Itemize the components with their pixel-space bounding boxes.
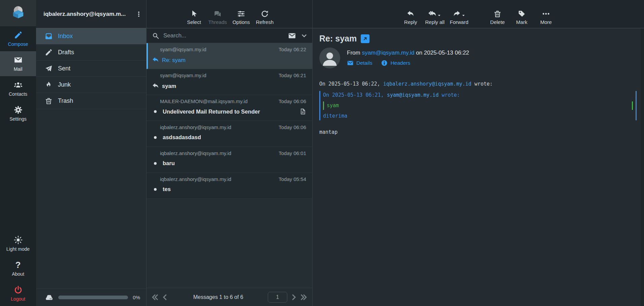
unread-dot bbox=[154, 110, 157, 113]
rail-spacer bbox=[0, 126, 36, 231]
chevron-down-icon[interactable] bbox=[301, 32, 308, 39]
message-date: Today 06:21 bbox=[279, 72, 306, 78]
compose-label: Compose bbox=[8, 41, 28, 47]
contacts-nav-button[interactable]: Contacts bbox=[0, 76, 36, 101]
disk-icon bbox=[45, 293, 54, 302]
folder-inbox[interactable]: Inbox bbox=[36, 28, 146, 44]
options-label: Options bbox=[232, 19, 250, 25]
caret-down-icon[interactable] bbox=[437, 13, 441, 18]
forward-button[interactable]: Forward bbox=[449, 10, 470, 25]
settings-nav-button[interactable]: Settings bbox=[0, 101, 36, 126]
first-page-icon[interactable] bbox=[151, 294, 159, 301]
folder-drafts[interactable]: Drafts bbox=[36, 44, 146, 61]
power-icon bbox=[14, 285, 23, 294]
message-row[interactable]: iqbalerz.anshory@iqsyam.my.idToday 06:01… bbox=[147, 147, 312, 173]
mark-button[interactable]: Mark bbox=[511, 10, 532, 25]
forward-label: Forward bbox=[450, 19, 468, 25]
question-icon: ? bbox=[15, 261, 21, 269]
threads-icon bbox=[214, 10, 222, 18]
mail-nav-button[interactable]: Mail bbox=[0, 51, 36, 76]
message-subject-title: Re: syam bbox=[319, 34, 357, 43]
delete-button[interactable]: Delete bbox=[487, 10, 508, 25]
options-button[interactable]: Options bbox=[231, 10, 252, 25]
message-subject: asdsadasdasd bbox=[163, 134, 306, 141]
message-toolbar: Reply Reply all Forward Delete bbox=[313, 0, 644, 28]
folder-label: Sent bbox=[58, 65, 70, 72]
reply-button[interactable]: Reply bbox=[400, 10, 421, 25]
account-header: iqbalerz.anshory@iqsyam.m... bbox=[36, 0, 146, 28]
unread-dot bbox=[154, 136, 157, 139]
open-in-new-window-button[interactable] bbox=[361, 34, 369, 43]
search-icon[interactable] bbox=[152, 32, 159, 39]
message-row[interactable]: iqbalerz.anshory@iqsyam.my.idToday 06:06… bbox=[147, 121, 312, 147]
mail-icon bbox=[14, 56, 23, 64]
message-sender: MAILER-DAEMON@mail.iqsyam.my.id bbox=[160, 98, 248, 104]
quote-line: syam bbox=[327, 102, 629, 109]
message-date: Today 06:01 bbox=[279, 150, 306, 156]
folder-junk[interactable]: Junk bbox=[36, 77, 146, 93]
headers-toggle[interactable]: Headers bbox=[381, 60, 410, 66]
next-page-icon[interactable] bbox=[290, 294, 297, 301]
message-row[interactable]: MAILER-DAEMON@mail.iqsyam.my.idToday 06:… bbox=[147, 95, 312, 121]
quoted-author-link[interactable]: syam@iqsyam.my.id bbox=[387, 92, 439, 98]
folder-sent[interactable]: Sent bbox=[36, 61, 146, 77]
more-button[interactable]: More bbox=[536, 10, 556, 25]
quota-bar bbox=[58, 296, 128, 299]
caret-down-icon[interactable] bbox=[461, 13, 465, 18]
app-logo[interactable] bbox=[0, 0, 36, 26]
reply-all-button[interactable]: Reply all bbox=[424, 10, 445, 25]
trash-icon bbox=[45, 97, 53, 105]
from-label: From bbox=[347, 50, 360, 56]
quote-level-2: syam bbox=[323, 101, 633, 110]
message-row[interactable]: syam@iqsyam.my.idToday 06:21 syam bbox=[147, 69, 312, 95]
kebab-menu-icon[interactable] bbox=[135, 11, 142, 18]
message-sender: syam@iqsyam.my.id bbox=[160, 47, 206, 52]
refresh-button[interactable]: Refresh bbox=[254, 10, 275, 25]
last-page-icon[interactable] bbox=[300, 294, 308, 301]
prev-page-icon[interactable] bbox=[161, 294, 169, 301]
paper-plane-icon bbox=[45, 65, 53, 72]
sliders-icon bbox=[237, 10, 245, 18]
quoted-author-link[interactable]: iqbalerz.anshory@iqsyam.my.id bbox=[383, 81, 472, 87]
sun-icon bbox=[14, 236, 23, 244]
folder-label: Drafts bbox=[58, 49, 74, 56]
message-sender: iqbalerz.anshory@iqsyam.my.id bbox=[160, 176, 231, 182]
threads-button[interactable]: Threads bbox=[207, 10, 228, 25]
message-list-panel: Select Threads Options Refresh syam bbox=[147, 0, 313, 306]
message-row[interactable]: iqbalerz.anshory@iqsyam.my.idToday 05:54… bbox=[147, 173, 312, 199]
logout-label: Logout bbox=[11, 296, 25, 302]
scrollbar-track[interactable] bbox=[641, 28, 644, 306]
flame-icon bbox=[45, 81, 53, 89]
page-number-input[interactable] bbox=[268, 292, 287, 303]
body-line: mantap bbox=[319, 129, 637, 136]
logout-button[interactable]: Logout bbox=[0, 281, 36, 306]
folder-trash[interactable]: Trash bbox=[36, 93, 146, 109]
folders-panel: iqbalerz.anshory@iqsyam.m... Inbox Draft… bbox=[36, 0, 147, 306]
unread-dot bbox=[154, 162, 157, 165]
compose-icon bbox=[14, 31, 23, 39]
message-sender: syam@iqsyam.my.id bbox=[160, 72, 206, 78]
details-toggle[interactable]: Details bbox=[347, 60, 372, 66]
list-empty-area bbox=[147, 199, 312, 288]
message-subject: tes bbox=[163, 186, 306, 192]
tag-icon bbox=[518, 10, 526, 18]
envelope-icon bbox=[347, 60, 354, 66]
message-row[interactable]: syam@iqsyam.my.idToday 06:22 Re: syam bbox=[147, 43, 312, 69]
select-button[interactable]: Select bbox=[184, 10, 204, 25]
delete-label: Delete bbox=[490, 19, 505, 25]
quota-percent: 0% bbox=[133, 295, 140, 300]
folder-label: Trash bbox=[58, 97, 73, 104]
settings-label: Settings bbox=[9, 116, 27, 122]
roundcube-logo-icon bbox=[9, 4, 27, 22]
sender-avatar bbox=[319, 48, 340, 68]
sender-email-link[interactable]: syam@iqsyam.my.id bbox=[362, 50, 414, 56]
refresh-icon bbox=[261, 10, 269, 18]
light-mode-button[interactable]: Light mode bbox=[0, 231, 36, 256]
about-button[interactable]: ? About bbox=[0, 256, 36, 281]
compose-button[interactable]: Compose bbox=[0, 26, 36, 51]
message-scope-icon[interactable] bbox=[288, 32, 296, 40]
roundcube-app: Compose Mail Contacts Settings Light mod… bbox=[0, 0, 644, 306]
reply-all-label: Reply all bbox=[425, 19, 445, 25]
search-input[interactable] bbox=[163, 32, 284, 39]
reply-icon bbox=[407, 10, 415, 18]
